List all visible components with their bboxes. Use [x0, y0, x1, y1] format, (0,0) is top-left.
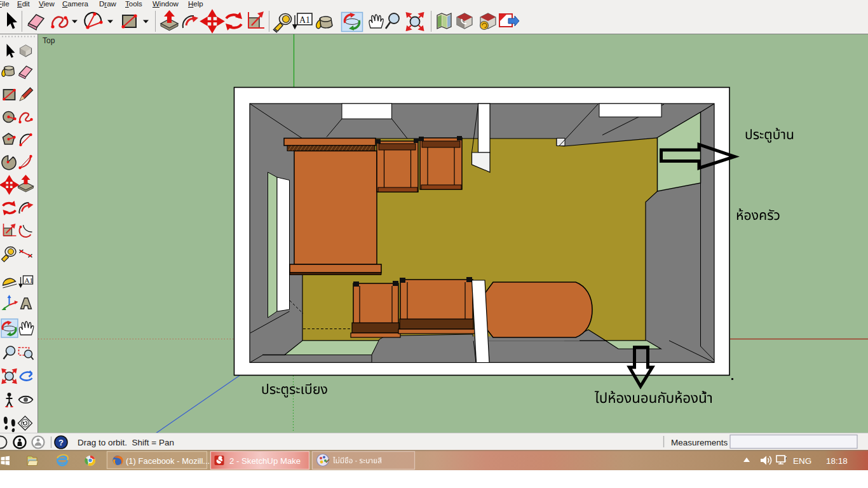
- svg-text:A1: A1: [299, 15, 310, 25]
- svg-text:Top: Top: [43, 36, 55, 45]
- svg-text:A1: A1: [25, 276, 33, 284]
- svg-text:ENG: ENG: [793, 456, 811, 466]
- svg-text:Drag to orbit. Shift = Pan: Drag to orbit. Shift = Pan: [78, 438, 174, 447]
- svg-text:?: ?: [58, 438, 64, 447]
- svg-text:(1) Facebook - Mozill...: (1) Facebook - Mozill...: [126, 456, 210, 466]
- svg-text:Measurements: Measurements: [671, 438, 728, 447]
- svg-text:18:18: 18:18: [826, 456, 848, 466]
- svg-text:2 - SketchUp Make: 2 - SketchUp Make: [229, 456, 301, 466]
